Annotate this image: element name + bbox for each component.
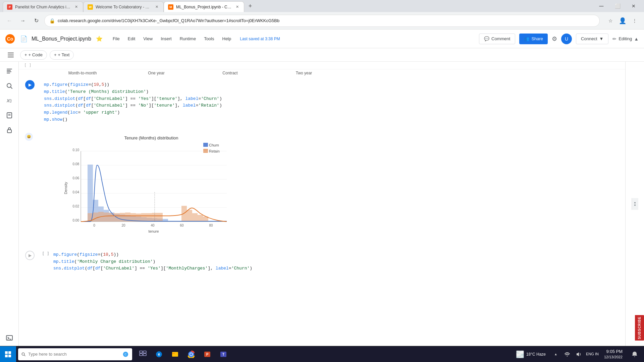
svg-rect-65	[136, 214, 141, 222]
sidebar-search-icon[interactable]	[3, 79, 16, 93]
network-icon[interactable]	[562, 347, 573, 362]
run-button-1[interactable]: ▶	[25, 80, 35, 89]
sidebar-toggle[interactable]	[4, 48, 17, 62]
menu-edit[interactable]: Edit	[124, 35, 139, 43]
svg-text:T: T	[222, 353, 224, 356]
expand-panel-button[interactable]	[632, 198, 638, 210]
add-text-button[interactable]: + + Text	[50, 50, 74, 60]
subscribe-badge[interactable]: SUBSCRIBE	[635, 315, 644, 341]
label-contract: Contract	[193, 71, 267, 75]
colab-filename: ML_Bonus_Project.ipynb	[32, 36, 91, 42]
sys-icons: ▲	[550, 347, 584, 362]
tab-favicon-1: P	[7, 4, 12, 10]
svg-text:C: C	[125, 353, 127, 356]
tab-close-3[interactable]: ✕	[234, 4, 240, 10]
start-button[interactable]	[0, 346, 16, 362]
svg-rect-86	[140, 354, 143, 356]
back-button[interactable]: ←	[4, 15, 15, 26]
expand-tray-button[interactable]: ▲	[550, 347, 561, 362]
taskbar-teams-icon[interactable]: T	[216, 347, 231, 362]
taskbar-search-input[interactable]	[28, 352, 120, 357]
colab-header-right: 💬 Comment 👥 Share ⚙ U Connect ▼ ✏ Editin…	[479, 34, 639, 44]
svg-text:0: 0	[93, 224, 95, 227]
refresh-button[interactable]: ↻	[31, 15, 42, 26]
tab-close-2[interactable]: ✕	[154, 4, 159, 10]
clock-time: 9:05 PM	[606, 349, 623, 355]
settings-icon[interactable]: ⚙	[552, 35, 557, 43]
sidebar-secrets-icon[interactable]	[3, 123, 16, 137]
last-saved-label[interactable]: Last saved at 3:38 PM	[240, 37, 280, 41]
cortana-icon: C	[122, 351, 129, 358]
sidebar-files-icon[interactable]	[3, 109, 16, 122]
menu-help[interactable]: Help	[219, 35, 235, 43]
collapse-icon[interactable]: ▲	[634, 36, 639, 42]
svg-text:0.10: 0.10	[73, 148, 79, 152]
volume-icon[interactable]	[573, 347, 584, 362]
share-icon: 👥	[524, 36, 529, 41]
browser-tab-1[interactable]: P Panelist for Churn Analytics in Te... …	[3, 1, 83, 12]
tab-title-3: ML_Bonus_Project.ipynb - Cola...	[176, 5, 232, 9]
notification-button[interactable]	[628, 347, 641, 362]
colab-container: Co 📄 ML_Bonus_Project.ipynb ⭐ File Edit …	[0, 29, 644, 346]
comment-button[interactable]: 💬 Comment	[479, 34, 515, 44]
svg-rect-90	[172, 352, 178, 357]
colab-sidebar: x {}	[0, 62, 19, 346]
label-one-year: One year	[119, 71, 193, 75]
menu-insert[interactable]: Insert	[157, 35, 175, 43]
menu-view[interactable]: View	[140, 35, 156, 43]
add-code-button[interactable]: + + Code	[20, 50, 47, 60]
taskbar-powerpoint-icon[interactable]: P	[200, 347, 215, 362]
bookmark-button[interactable]: ☆	[605, 15, 616, 26]
tab-favicon-2: W	[88, 4, 93, 10]
sidebar-variables-icon[interactable]: x {}	[3, 94, 16, 107]
sidebar-terminal-icon[interactable]	[3, 331, 16, 345]
browser-tab-2[interactable]: W Welcome To Colaboratory - Cola... ✕	[83, 1, 164, 12]
connect-button[interactable]: Connect ▼	[576, 34, 608, 44]
cell-content-1[interactable]: mp.figure(figsize=(10,5)) mp.title('Tenu…	[40, 78, 625, 127]
cell-content-2[interactable]: mp.figure(figsize=(10,5)) mp.title('Mont…	[49, 248, 625, 276]
svg-rect-13	[6, 336, 12, 340]
svg-rect-2	[8, 57, 14, 57]
taskbar-chrome-icon[interactable]	[184, 347, 199, 362]
user-avatar[interactable]: U	[561, 34, 572, 44]
plus-text-icon: +	[54, 52, 57, 57]
forward-button[interactable]: →	[17, 15, 28, 26]
star-icon[interactable]: ⭐	[96, 36, 103, 42]
address-bar[interactable]: 🔒 colab.research.google.com/drive/1C0ijX…	[44, 15, 600, 27]
sidebar-toc-icon[interactable]	[3, 64, 16, 78]
menu-file[interactable]: File	[109, 35, 123, 43]
dropdown-icon: ▼	[599, 36, 604, 41]
profile-button[interactable]: 👤	[617, 15, 628, 26]
colab-logo: Co	[5, 34, 15, 44]
extensions-button[interactable]: ⋮	[629, 15, 640, 26]
svg-rect-60	[109, 213, 114, 222]
menu-tools[interactable]: Tools	[201, 35, 217, 43]
minimize-button[interactable]: ─	[594, 1, 609, 11]
svg-rect-4	[7, 70, 11, 71]
browser-toolbar-right: ☆ 👤 ⋮	[605, 15, 640, 26]
new-tab-button[interactable]: +	[246, 1, 255, 11]
colab-toolbar: + + Code + + Text	[0, 48, 644, 62]
close-button[interactable]: ✕	[626, 1, 641, 11]
taskbar-search-bar[interactable]: C	[18, 348, 132, 360]
system-clock[interactable]: 9:05 PM 12/13/2022	[601, 347, 626, 361]
tab-close-1[interactable]: ✕	[73, 4, 79, 10]
colab-header: Co 📄 ML_Bonus_Project.ipynb ⭐ File Edit …	[0, 29, 644, 48]
run-button-2[interactable]: ▶	[25, 251, 35, 260]
svg-rect-59	[104, 213, 109, 222]
maximize-button[interactable]: ⬜	[610, 1, 625, 11]
taskbar-files-icon[interactable]	[168, 347, 182, 362]
language-indicator[interactable]: ENG IN	[586, 352, 599, 356]
svg-point-7	[7, 83, 11, 87]
file-icon: 📄	[20, 35, 28, 43]
weather-widget[interactable]: 🌫️ 18°C Haze	[513, 350, 548, 358]
taskview-button[interactable]	[136, 347, 150, 362]
share-button[interactable]: 👥 Share	[519, 34, 548, 44]
svg-text:P: P	[206, 353, 209, 356]
browser-tab-3[interactable]: M ML_Bonus_Project.ipynb - Cola... ✕	[164, 1, 244, 12]
code-text-1: mp.figure(figsize=(10,5)) mp.title('Tenu…	[44, 80, 621, 125]
svg-rect-18	[203, 149, 208, 153]
contract-labels-row: Month-to-month One year Contract Two yea…	[19, 69, 625, 77]
menu-runtime[interactable]: Runtime	[176, 35, 199, 43]
taskbar-edge-icon[interactable]: e	[152, 347, 166, 362]
